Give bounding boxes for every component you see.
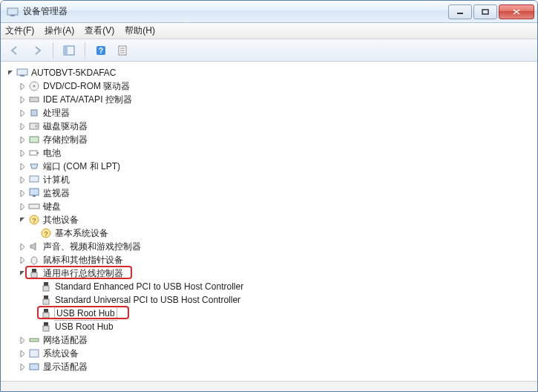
collapse-icon[interactable] bbox=[19, 270, 27, 278]
forward-button[interactable] bbox=[27, 42, 47, 59]
expand-icon[interactable] bbox=[19, 96, 27, 104]
svg-rect-18 bbox=[30, 97, 39, 102]
tree-item-other[interactable]: ?其他设备 bbox=[19, 213, 534, 226]
svg-point-33 bbox=[31, 257, 37, 264]
tree-item-sound[interactable]: 声音、视频和游戏控制器 bbox=[19, 240, 534, 253]
expand-icon[interactable] bbox=[19, 136, 27, 144]
tree-item-disk[interactable]: 磁盘驱动器 bbox=[19, 120, 534, 133]
tree-item-network[interactable]: 网络适配器 bbox=[19, 333, 534, 347]
tree-item-keyboard[interactable]: 键盘 bbox=[19, 200, 534, 213]
svg-rect-14 bbox=[17, 69, 27, 75]
tree-item-usb-root-hub-1[interactable]: USB Root Hub bbox=[30, 307, 534, 320]
tree-item-storage[interactable]: 存储控制器 bbox=[19, 133, 534, 146]
svg-text:?: ? bbox=[99, 47, 103, 55]
svg-rect-0 bbox=[7, 8, 18, 15]
cpu-icon bbox=[28, 107, 40, 119]
svg-rect-44 bbox=[30, 339, 39, 342]
svg-rect-15 bbox=[20, 75, 24, 76]
expand-icon[interactable] bbox=[19, 109, 27, 117]
svg-rect-45 bbox=[30, 350, 39, 357]
expand-icon[interactable] bbox=[19, 122, 27, 131]
svg-rect-40 bbox=[44, 309, 48, 313]
minimize-button[interactable] bbox=[448, 4, 472, 19]
tree-item-ports[interactable]: 端口 (COM 和 LPT) bbox=[19, 160, 534, 173]
back-button[interactable] bbox=[5, 42, 24, 59]
tree-item-monitor[interactable]: 监视器 bbox=[19, 186, 534, 200]
tree-item-usb-enhanced[interactable]: Standard Enhanced PCI to USB Host Contro… bbox=[30, 280, 534, 293]
svg-rect-19 bbox=[31, 110, 37, 116]
svg-rect-28 bbox=[29, 204, 39, 209]
expand-icon[interactable] bbox=[19, 82, 27, 91]
usb-controller-icon bbox=[28, 267, 40, 279]
network-icon bbox=[28, 334, 40, 346]
window-title: 设备管理器 bbox=[23, 5, 448, 18]
other-icon: ? bbox=[28, 214, 40, 226]
svg-rect-37 bbox=[43, 286, 49, 291]
expand-icon[interactable] bbox=[19, 336, 27, 344]
svg-rect-24 bbox=[37, 152, 39, 154]
expand-icon[interactable] bbox=[19, 149, 27, 157]
svg-rect-43 bbox=[43, 326, 49, 331]
sound-icon bbox=[28, 241, 40, 252]
keyboard-icon bbox=[28, 200, 40, 212]
app-icon bbox=[7, 6, 19, 18]
svg-rect-25 bbox=[30, 176, 39, 182]
svg-rect-39 bbox=[43, 299, 49, 304]
tree-item-usb[interactable]: 通用串行总线控制器 bbox=[19, 267, 534, 280]
tree-root[interactable]: AUTOBVT-5KDAFAC bbox=[7, 66, 534, 79]
storage-icon bbox=[28, 134, 40, 146]
menu-help[interactable]: 帮助(H) bbox=[125, 24, 155, 37]
device-tree[interactable]: AUTOBVT-5KDAFAC DVD/CD-ROM 驱动器 IDE ATA/A… bbox=[1, 62, 537, 381]
expand-icon[interactable] bbox=[19, 256, 27, 264]
help-button[interactable]: ? bbox=[91, 42, 111, 59]
usb-icon bbox=[40, 281, 52, 293]
svg-text:?: ? bbox=[44, 230, 47, 238]
statusbar bbox=[1, 381, 537, 391]
tree-root-label: AUTOBVT-5KDAFAC bbox=[31, 66, 116, 79]
tree-item-usb-root-hub-2[interactable]: USB Root Hub bbox=[30, 320, 534, 333]
port-icon bbox=[28, 160, 40, 172]
expand-icon[interactable] bbox=[19, 243, 27, 251]
expand-icon[interactable] bbox=[19, 189, 27, 197]
usb-icon bbox=[40, 307, 52, 319]
expand-icon[interactable] bbox=[19, 363, 27, 371]
expand-icon[interactable] bbox=[19, 350, 27, 358]
tree-item-usb-universal[interactable]: Standard Universal PCI to USB Host Contr… bbox=[30, 293, 534, 307]
expand-icon[interactable] bbox=[19, 163, 27, 171]
unknown-device-icon: ? bbox=[40, 227, 52, 239]
tree-item-ide[interactable]: IDE ATA/ATAPI 控制器 bbox=[19, 93, 534, 106]
system-icon bbox=[28, 347, 40, 359]
monitor-icon bbox=[28, 187, 40, 199]
tree-item-cpu[interactable]: 处理器 bbox=[19, 106, 534, 120]
tree-item-system[interactable]: 系统设备 bbox=[19, 347, 534, 360]
menu-action[interactable]: 操作(A) bbox=[45, 24, 74, 37]
tree-item-battery[interactable]: 电池 bbox=[19, 146, 534, 160]
computer-icon bbox=[16, 67, 28, 79]
maximize-button[interactable] bbox=[473, 4, 497, 19]
svg-point-17 bbox=[33, 85, 36, 88]
svg-text:?: ? bbox=[32, 217, 36, 224]
svg-rect-34 bbox=[32, 269, 36, 272]
collapse-icon[interactable] bbox=[19, 216, 27, 224]
svg-rect-27 bbox=[33, 195, 36, 197]
svg-rect-22 bbox=[30, 137, 39, 143]
titlebar[interactable]: 设备管理器 bbox=[1, 1, 537, 23]
svg-rect-35 bbox=[31, 272, 37, 278]
tree-item-mouse[interactable]: 鼠标和其他指针设备 bbox=[19, 253, 534, 267]
properties-button[interactable] bbox=[114, 42, 133, 59]
collapse-icon[interactable] bbox=[7, 69, 15, 77]
pc-icon bbox=[28, 174, 40, 186]
tree-item-display[interactable]: 显示适配器 bbox=[19, 360, 534, 373]
close-button[interactable] bbox=[499, 4, 534, 19]
tree-item-dvd[interactable]: DVD/CD-ROM 驱动器 bbox=[19, 79, 534, 93]
show-hide-tree-button[interactable] bbox=[59, 42, 79, 59]
expand-icon[interactable] bbox=[19, 203, 27, 211]
menu-file[interactable]: 文件(F) bbox=[5, 24, 34, 37]
svg-rect-26 bbox=[30, 189, 39, 195]
menu-view[interactable]: 查看(V) bbox=[85, 24, 114, 37]
tree-item-other-child[interactable]: ?基本系统设备 bbox=[30, 226, 534, 240]
expand-icon[interactable] bbox=[19, 176, 27, 184]
mouse-icon bbox=[28, 254, 40, 266]
disc-icon bbox=[28, 80, 40, 92]
tree-item-computer[interactable]: 计算机 bbox=[19, 173, 534, 186]
